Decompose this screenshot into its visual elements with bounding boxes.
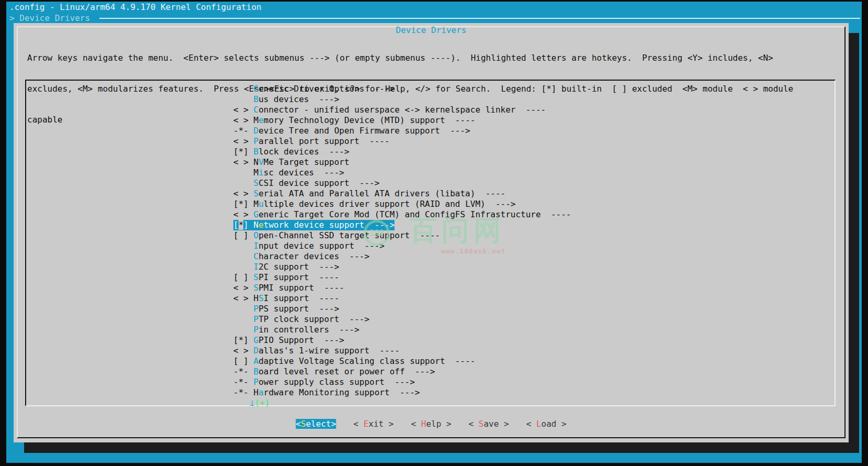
item-hotkey-letter: P <box>254 304 259 314</box>
exit-button[interactable]: < Exit > <box>353 419 393 429</box>
button-bracket: > <box>556 419 566 429</box>
item-state-prefix: [ ] <box>233 272 254 282</box>
menu-item[interactable]: < > Parallel port support ---- <box>233 136 390 147</box>
menu-item[interactable]: < > SPMI support ---- <box>233 283 344 293</box>
item-label: evice Tree and Open Firmware support <box>258 126 440 136</box>
item-label: PMI support <box>258 283 314 293</box>
checkbox-bracket: ] <box>243 220 253 230</box>
menu-item[interactable]: < > Memory Technology Device (MTD) suppo… <box>233 115 475 126</box>
menu-item[interactable]: I2C support ---> <box>233 262 339 272</box>
item-hotkey-letter: S <box>254 188 259 198</box>
help-button[interactable]: < Help > <box>411 419 451 429</box>
item-label: I support <box>264 293 309 303</box>
item-hotkey-letter: D <box>254 126 259 136</box>
item-label: TP clock support <box>258 314 339 324</box>
item-hotkey-letter: O <box>254 230 259 240</box>
button-bracket: < <box>353 419 363 429</box>
menu-item[interactable]: Misc devices ---> <box>233 168 344 178</box>
empty-submenu-dashes: ---- <box>359 136 390 146</box>
item-hotkey-letter: S <box>254 178 259 188</box>
menu-item[interactable]: < > Generic Target Core Mod (TCM) and Co… <box>233 209 571 220</box>
item-label: erial ATA and Parallel ATA drivers (liba… <box>258 188 475 198</box>
item-hotkey-letter: B <box>254 367 259 376</box>
menu-item[interactable]: Character devices ---> <box>233 251 369 262</box>
item-label: ower supply class support <box>258 377 385 387</box>
submenu-arrow: ---> <box>440 126 470 136</box>
item-label: nput device support <box>258 241 354 251</box>
item-state-prefix: < > <box>233 346 254 356</box>
item-state-prefix: -*- <box>233 377 254 387</box>
submenu-arrow: ---> <box>339 251 369 261</box>
item-hotkey-letter: A <box>254 356 259 366</box>
item-hotkey-letter: I <box>254 241 259 251</box>
item-state-prefix: < > <box>233 157 254 167</box>
item-state-prefix <box>233 304 254 314</box>
button-hotkey-letter: S <box>301 419 306 429</box>
menu-item[interactable]: -*- Device Tree and Open Firmware suppor… <box>233 126 470 136</box>
item-label: in controllers <box>258 325 329 335</box>
menu-item[interactable]: < > NVMe Target support <box>233 157 350 168</box>
scroll-tee-glyph: ⊥ <box>250 398 255 408</box>
submenu-arrow: ---> <box>309 304 340 314</box>
button-label: oad <box>542 419 557 429</box>
item-state-prefix <box>233 168 254 177</box>
item-state-prefix: [*] <box>233 147 254 157</box>
button-label: ave <box>483 419 499 429</box>
menu-item[interactable]: Generic Driver Options ---> <box>233 84 394 94</box>
submenu-arrow: ---> <box>309 94 340 104</box>
button-hotkey-letter: E <box>364 419 369 429</box>
menu-item[interactable]: < > Connector - unified userspace <-> ke… <box>233 105 546 115</box>
item-state-prefix: [ ] <box>233 230 254 240</box>
menu-item[interactable]: Bus devices ---> <box>233 94 339 105</box>
menu-item[interactable]: Pin controllers ---> <box>233 325 359 335</box>
item-state-prefix: -*- <box>233 387 254 397</box>
menu-item[interactable]: [*] Block devices ---> <box>233 147 350 157</box>
menu-item[interactable]: < > HSI support ---- <box>233 293 339 304</box>
select-button[interactable]: <Select> <box>296 419 336 429</box>
item-state-prefix: < > <box>233 293 254 303</box>
button-row: <Select>< Exit >< Help >< Save >< Load > <box>296 419 566 429</box>
item-state-prefix: -*- <box>233 367 254 376</box>
checkbox-bracket: [ <box>233 220 239 230</box>
save-button[interactable]: < Save > <box>469 419 509 429</box>
menu-item[interactable]: PTP clock support ---> <box>233 314 369 325</box>
window-title: .config - Linux/arm64 4.9.170 Kernel Con… <box>9 2 262 13</box>
item-hotkey-letter: B <box>254 94 259 104</box>
menu-item[interactable]: -*- Hardware Monitoring support ---> <box>233 387 420 398</box>
submenu-arrow: ---> <box>319 147 350 157</box>
item-state-prefix <box>233 251 254 261</box>
item-hotkey-letter: a <box>258 387 264 397</box>
item-state-prefix <box>233 262 254 272</box>
item-hotkey-letter: B <box>254 147 259 157</box>
button-label: xit <box>368 419 384 429</box>
item-state-prefix: < > <box>233 188 254 198</box>
button-bracket: > <box>384 419 393 429</box>
item-hotkey-letter: G <box>254 209 259 219</box>
menu-item[interactable]: [*] GPIO Support ---> <box>233 335 344 346</box>
checkbox-state-builtin: * <box>239 220 244 230</box>
menu-item[interactable]: -*- Power supply class support ---> <box>233 377 415 387</box>
submenu-arrow: ---> <box>364 220 394 230</box>
menu-item[interactable]: < > Serial ATA and Parallel ATA drivers … <box>233 188 505 199</box>
menu-items: Generic Driver Options ---> Bus devices … <box>233 84 571 398</box>
menu-item[interactable]: [ ] Open-Channel SSD target support ---- <box>233 230 440 241</box>
menu-item[interactable]: [ ] SPI support ---- <box>233 272 339 283</box>
menu-item[interactable]: PPS support ---> <box>233 304 339 314</box>
menu-item[interactable]: [ ] Adaptive Voltage Scaling class suppo… <box>233 356 475 367</box>
menu-item[interactable]: < > Dallas's 1-wire support ---- <box>233 346 400 356</box>
menu-item-selected[interactable]: [*] Network device support ---> <box>233 220 394 230</box>
submenu-arrow: ---> <box>390 387 420 397</box>
button-bracket: < <box>296 419 301 429</box>
menu-item[interactable]: [*] Multiple devices driver support (RAI… <box>233 199 515 209</box>
menu-item[interactable]: -*- Board level reset or power off ---> <box>233 367 435 377</box>
item-hotkey-letter: P <box>254 377 259 387</box>
menu-item[interactable]: Input device support ---> <box>233 241 385 251</box>
load-button[interactable]: < Load > <box>526 419 567 429</box>
submenu-arrow: ---> <box>309 262 340 272</box>
item-label: N <box>254 157 259 167</box>
item-label: onnector - unified userspace <-> kernels… <box>258 105 515 115</box>
empty-submenu-dashes: ---- <box>541 209 571 219</box>
empty-submenu-dashes: ---- <box>445 115 476 125</box>
item-label: eneric Target Core Mod (TCM) and ConfigF… <box>258 209 540 219</box>
menu-item[interactable]: SCSI device support ---> <box>233 178 379 188</box>
